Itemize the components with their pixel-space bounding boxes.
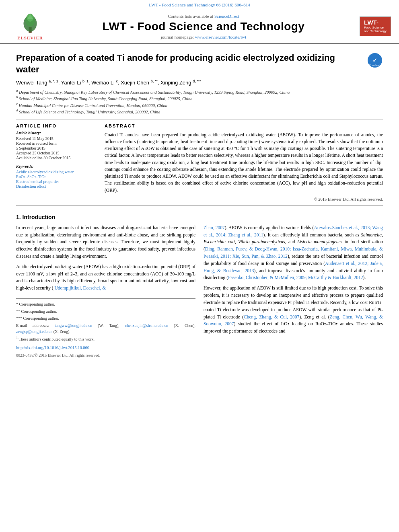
intro-p1: In recent years, large amounts of infect… [16, 224, 195, 260]
introduction-section: 1. Introduction In recent years, large a… [16, 214, 383, 358]
affiliation-b: b School of Medicine, Shanghai Jiao Tong… [16, 95, 383, 101]
body-col-right: Zhao, 2007). AEOW is currently applied i… [204, 224, 383, 358]
doi-link[interactable]: http://dx.doi.org/10.1016/j.lwt.2015.10.… [16, 345, 89, 350]
keywords-label: Keywords: [16, 164, 97, 168]
doi-line: http://dx.doi.org/10.1016/j.lwt.2015.10.… [16, 345, 195, 351]
author-yanfei-sup: b, 1 [82, 79, 88, 83]
author-xinping-sup: d, *** [193, 79, 201, 83]
journal-header: ELSEVIER Contents lists available at Sci… [0, 9, 399, 44]
elsevier-label: ELSEVIER [17, 35, 43, 40]
available-date: Available online 30 October 2015 [16, 156, 97, 160]
article-info-panel: ARTICLE INFO Article history: Received 1… [16, 123, 97, 201]
keyword-2: RuO₂–SnO₂–TiO₂ [16, 175, 97, 179]
article-body: ARTICLE INFO Article history: Received 1… [16, 123, 383, 201]
ref-arevalos[interactable]: Arevalos-Sánchez et al., 2013; Wang et a… [204, 225, 383, 237]
journal-top-bar: LWT - Food Science and Technology 66 (20… [0, 0, 399, 9]
abstract-title: ABSTRACT [105, 123, 383, 128]
science-direct-line: Contents lists available at ScienceDirec… [52, 14, 355, 18]
keywords-list: Acidic electrolyzed oxidizing water RuO₂… [16, 170, 97, 189]
footnotes: * Corresponding author. ** Corresponding… [16, 298, 195, 342]
footnote-email: E-mail addresses: tangww@tongji.edu.cn (… [16, 322, 195, 335]
body-right-p2: However, the application of AEOW is stil… [204, 285, 383, 335]
journal-title: LWT - Food Science and Technology [52, 20, 355, 33]
article-title-section: Preparation of a coated Ti anode for pro… [16, 52, 383, 75]
article-title: Preparation of a coated Ti anode for pro… [16, 52, 367, 75]
ref-ding2010[interactable]: Ding, Rahman, Purev, & Deog-Hwan, 2010; … [204, 246, 383, 259]
footnote-equal: 1 These authors contributed equally to t… [16, 336, 195, 343]
lwt-logo-text: LWT- [364, 19, 378, 26]
article-info-title: ARTICLE INFO [16, 123, 97, 128]
issn-line: 0023-6438/© 2015 Elsevier Ltd. All right… [16, 352, 195, 359]
received-date: Received 11 May 2015 [16, 136, 97, 141]
affiliation-c: c Handan Municipal Centre for Disease Co… [16, 102, 383, 108]
ref-zhao2007[interactable]: Zhao, 2007 [204, 225, 225, 230]
affiliation-d: d School of Life Science and Technology,… [16, 108, 383, 114]
svg-text:✓: ✓ [372, 57, 377, 64]
elsevier-tree-icon [18, 12, 42, 35]
keyword-3: Electrochemical properties [16, 179, 97, 184]
email-zeng[interactable]: zengxp@tongji.edu.cn [16, 329, 52, 334]
author-xinping: Xinping Zeng [160, 80, 191, 86]
history-label: Article history: [16, 131, 97, 135]
author-weihao: Weihao Li [91, 80, 115, 86]
journal-homepage: journal homepage: www.elsevier.com/locat… [52, 35, 355, 39]
abstract-section: ABSTRACT Coated Ti anodes have been prep… [105, 123, 383, 201]
history-block: Article history: Received 11 May 2015 Re… [16, 131, 97, 160]
journal-logo-right: LWT- Food Scienceand Technology [355, 16, 391, 36]
abstract-text: Coated Ti anodes have been prepared for … [105, 131, 383, 194]
footnote-1: * Corresponding author. [16, 301, 195, 308]
received-revised-label: Received in revised form [16, 141, 97, 146]
article-container: Preparation of a coated Ti anode for pro… [0, 44, 399, 366]
accepted-date: Accepted 25 October 2015 [16, 151, 97, 155]
revised-date: 5 September 2015 [16, 146, 97, 150]
author-tang-sup: a, *, 1 [49, 79, 58, 83]
intro-p2: Acidic electrolyzed oxidizing water (AEO… [16, 263, 195, 292]
body-two-col: In recent years, large amounts of infect… [16, 224, 383, 358]
body-right-p1: Zhao, 2007). AEOW is currently applied i… [204, 224, 383, 282]
copyright-line: © 2015 Elsevier Ltd. All rights reserved… [105, 197, 383, 201]
body-col-left: In recent years, large amounts of infect… [16, 224, 195, 358]
footnote-2: ** Corresponding author. [16, 308, 195, 315]
section-title: 1. Introduction [16, 214, 383, 220]
author-weihao-sup: c [116, 79, 118, 83]
keyword-4: Disinfection effect [16, 184, 97, 189]
ref-fasenko[interactable]: Fasenko, Christopher, & McMullen, 2009; … [228, 275, 363, 280]
svg-text:CrossMark: CrossMark [369, 64, 381, 66]
author-tang: Wenwei Tang [16, 80, 47, 86]
body-divider [16, 205, 383, 206]
affiliations: a Department of Chemistry, Shanghai Key … [16, 88, 383, 114]
keywords-block: Keywords: Acidic electrolyzed oxidizing … [16, 164, 97, 189]
email-tang[interactable]: tangww@tongji.edu.cn [55, 323, 92, 328]
ref-audenaert[interactable]: Audenaert et al., 2012; Jadeja, Hung, & … [204, 261, 383, 273]
section-divider [16, 119, 383, 119]
affiliation-a: a Department of Chemistry, Shanghai Key … [16, 88, 383, 94]
science-direct-link[interactable]: ScienceDirect [214, 14, 239, 18]
keyword-1: Acidic electrolyzed oxidizing water [16, 170, 97, 174]
author-yanfei: Yanfei Li [61, 80, 81, 86]
ref-udompijitlkul[interactable]: Udompijitlkul, Daeschel, & [54, 286, 106, 290]
ref-cheng2007[interactable]: Cheng, Zhang, & Cui, 2007 [244, 314, 299, 319]
crossmark-icon: ✓ CrossMark [367, 52, 383, 68]
elsevier-logo-area: ELSEVIER [8, 12, 52, 40]
author-xuejin-sup: b, ** [151, 79, 158, 83]
lwt-logo-subtitle: Food Scienceand Technology [364, 26, 387, 33]
elsevier-logo: ELSEVIER [17, 12, 43, 40]
footnote-3: *** Corresponding author. [16, 315, 195, 322]
author-xuejin: Xuejin Chen [121, 80, 149, 86]
authors-line: Wenwei Tang a, *, 1, Yanfei Li b, 1, Wei… [16, 79, 383, 86]
journal-header-center: Contents lists available at ScienceDirec… [52, 14, 355, 39]
journal-homepage-link[interactable]: www.elsevier.com/locate/lwt [195, 35, 247, 39]
email-chen[interactable]: chenxuejin@shsmu.edu.cn [125, 323, 169, 328]
